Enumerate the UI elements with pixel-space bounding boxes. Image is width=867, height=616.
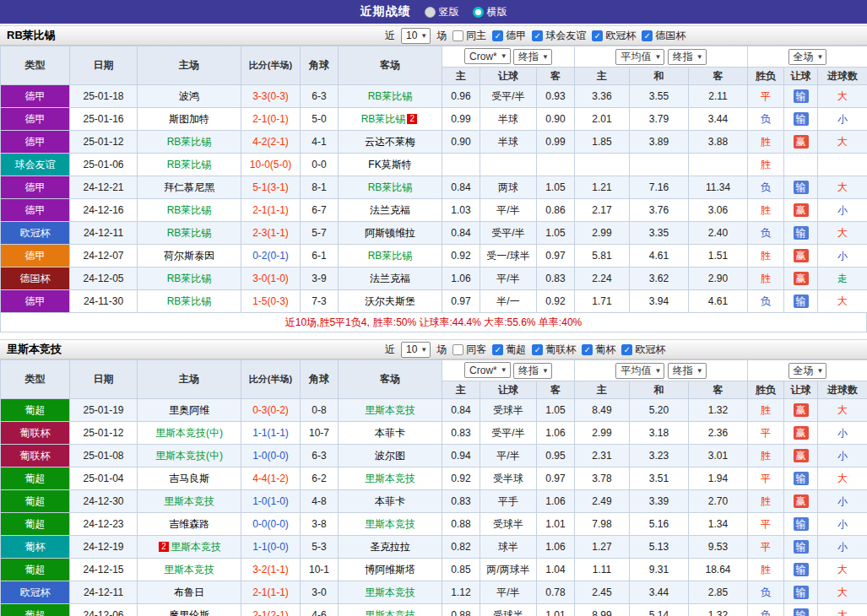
home-team-name[interactable]: 吉维森路 (169, 518, 209, 530)
vertical-layout-radio[interactable]: 竖版 (425, 5, 459, 19)
checkbox-icon (452, 30, 463, 41)
eu-home-odds: 1.85 (575, 131, 630, 154)
home-team-name[interactable]: RB莱比锡 (167, 227, 212, 239)
match-count-select[interactable]: 10▼ (401, 28, 431, 44)
match-score[interactable]: 3-3(0-3) (241, 85, 301, 108)
league-filter-checkbox[interactable]: ✓葡杯 (582, 343, 615, 357)
away-team-name[interactable]: 博阿维斯塔 (365, 564, 415, 575)
ah-line: 平/半 (480, 199, 537, 222)
away-team-name[interactable]: 里斯本竞技 (365, 518, 415, 530)
match-score[interactable]: 1-0(1-0) (241, 490, 301, 513)
odds-final-select[interactable]: 终指▼ (513, 49, 552, 65)
home-team-name[interactable]: 摩里伦斯 (169, 609, 209, 616)
away-team-name[interactable]: RB莱比锡 (361, 113, 406, 125)
match-score[interactable]: 0-2(0-1) (241, 245, 301, 267)
average-final-select[interactable]: 终指▼ (668, 363, 707, 379)
average-select[interactable]: 平均值▼ (615, 49, 664, 65)
corners: 3-8 (301, 513, 339, 536)
away-team-name[interactable]: 沃尔夫斯堡 (365, 295, 415, 307)
away-team-name[interactable]: RB莱比锡 (368, 90, 413, 102)
league-filter-checkbox[interactable]: ✓葡联杯 (532, 343, 576, 357)
odds-source-select[interactable]: Crow*▼ (464, 48, 511, 64)
away-team-name[interactable]: 云达不莱梅 (365, 136, 415, 148)
odds-source-select[interactable]: Crow*▼ (464, 362, 511, 378)
match-count-select[interactable]: 10▼ (401, 342, 431, 358)
match-score[interactable]: 2-1(2-1) (241, 604, 301, 616)
away-team-name[interactable]: FK莫斯特 (368, 159, 411, 170)
away-team-name[interactable]: 圣克拉拉 (370, 541, 410, 553)
home-team-name[interactable]: RB莱比锡 (167, 295, 212, 307)
horizontal-layout-radio[interactable]: 横版 (473, 5, 507, 19)
checkbox-icon: ✓ (492, 30, 503, 41)
home-team-name[interactable]: 里斯本竞技(中) (155, 450, 223, 462)
match-score[interactable]: 3-0(1-0) (241, 267, 301, 290)
match-score[interactable]: 0-0(0-0) (241, 513, 301, 536)
league-filter-checkbox[interactable]: ✓葡超 (492, 343, 526, 357)
over-under-result: 小 (818, 245, 867, 267)
ah-line: 平手 (480, 490, 537, 513)
home-team-name[interactable]: 里斯本竞技(中) (155, 427, 223, 439)
home-team-name[interactable]: 斯图加特 (169, 113, 209, 125)
average-final-select[interactable]: 终指▼ (668, 49, 707, 65)
select-value: 平均值 (620, 364, 651, 378)
home-team-name[interactable]: RB莱比锡 (167, 204, 212, 216)
checkbox-label: 葡联杯 (545, 343, 576, 357)
away-team-name[interactable]: 本菲卡 (375, 495, 405, 507)
match-score[interactable]: 4-2(2-1) (241, 131, 301, 154)
league-filter-checkbox[interactable]: ✓球会友谊 (532, 29, 586, 43)
handicap-result-badge: 输 (794, 586, 809, 599)
match-score[interactable]: 2-3(1-1) (241, 222, 301, 245)
league-filter-checkbox[interactable]: ✓欧冠杯 (592, 29, 636, 43)
eu-home-odds: 5.81 (575, 245, 630, 267)
match-score[interactable]: 2-1(0-1) (241, 108, 301, 131)
home-team-name[interactable]: 里斯本竞技 (164, 564, 214, 575)
match-score[interactable]: 1-1(1-1) (241, 422, 301, 445)
match-row: 葡杯24-12-192里斯本竞技1-1(0-0)5-3圣克拉拉0.82球半1.0… (1, 536, 867, 559)
match-score[interactable]: 0-3(0-2) (241, 399, 301, 422)
home-team-name[interactable]: 波鸿 (179, 90, 199, 102)
away-team-name[interactable]: 里斯本竞技 (365, 473, 415, 484)
away-team-name[interactable]: RB莱比锡 (368, 250, 413, 262)
match-score[interactable]: 10-0(5-0) (241, 154, 301, 176)
home-team-name[interactable]: RB莱比锡 (167, 136, 212, 148)
same-venue-checkbox[interactable]: 同主 (452, 29, 486, 43)
scope-select[interactable]: 全场▼ (788, 49, 827, 65)
match-score[interactable]: 1-1(0-0) (241, 536, 301, 559)
match-score[interactable]: 1-5(0-3) (241, 290, 301, 313)
league-filter-checkbox[interactable]: ✓欧冠杯 (621, 343, 665, 357)
away-team-name[interactable]: 法兰克福 (370, 273, 410, 284)
away-team-name[interactable]: RB莱比锡 (368, 181, 413, 193)
league-filter-checkbox[interactable]: ✓德国杯 (642, 29, 685, 43)
away-team-name[interactable]: 本菲卡 (375, 427, 405, 439)
same-venue-checkbox[interactable]: 同客 (452, 343, 486, 357)
away-team-name[interactable]: 阿斯顿维拉 (365, 227, 415, 239)
away-team-name[interactable]: 里斯本竞技 (365, 609, 415, 616)
away-team-name[interactable]: 里斯本竞技 (365, 404, 415, 416)
away-team-name[interactable]: 法兰克福 (370, 204, 410, 216)
match-score[interactable]: 4-4(1-2) (241, 467, 301, 490)
match-score[interactable]: 2-1(1-1) (241, 581, 301, 604)
match-score[interactable]: 1-0(0-0) (241, 445, 301, 467)
away-team-name[interactable]: 里斯本竞技 (365, 586, 415, 598)
odds-final-select[interactable]: 终指▼ (513, 363, 552, 379)
ah-home-odds: 0.92 (442, 467, 480, 490)
home-team-name[interactable]: 拜仁慕尼黑 (164, 181, 214, 193)
home-team-name[interactable]: 布鲁日 (174, 586, 204, 598)
over-under-result (818, 154, 867, 176)
home-team-name[interactable]: 里奥阿维 (169, 404, 209, 416)
match-score[interactable]: 3-2(1-1) (241, 559, 301, 581)
home-team-name[interactable]: 里斯本竞技 (164, 495, 214, 507)
home-team-name[interactable]: 吉马良斯 (169, 473, 209, 484)
home-team-name[interactable]: RB莱比锡 (167, 159, 212, 170)
home-team-name[interactable]: 里斯本竞技 (171, 541, 221, 553)
match-date: 25-01-06 (70, 154, 138, 176)
league-filter-checkbox[interactable]: ✓德甲 (492, 29, 526, 43)
ah-line (480, 154, 537, 176)
home-team-name[interactable]: RB莱比锡 (167, 273, 212, 284)
home-team-name[interactable]: 荷尔斯泰因 (164, 250, 214, 262)
match-score[interactable]: 5-1(3-1) (241, 176, 301, 199)
match-score[interactable]: 2-1(1-1) (241, 199, 301, 222)
away-team-name[interactable]: 波尔图 (375, 450, 405, 462)
average-select[interactable]: 平均值▼ (615, 363, 664, 379)
scope-select[interactable]: 全场▼ (788, 363, 827, 379)
